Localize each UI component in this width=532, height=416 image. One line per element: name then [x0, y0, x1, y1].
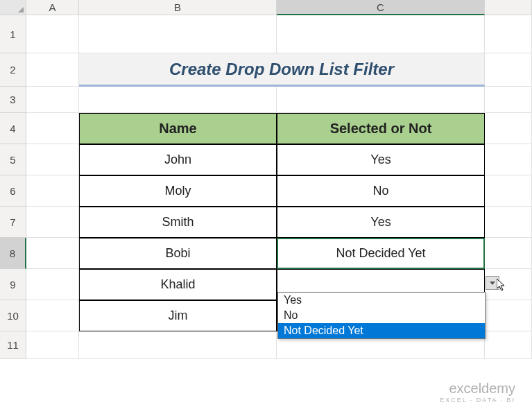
row-3: 3: [0, 87, 532, 113]
table-header-status[interactable]: Selected or Not: [277, 113, 485, 144]
row-header-6[interactable]: 6: [0, 175, 26, 207]
col-header-rest: [485, 0, 532, 15]
dropdown-option-selected[interactable]: Not Decided Yet: [278, 323, 485, 338]
dropdown-button[interactable]: [486, 276, 499, 290]
column-headers: A B C: [0, 0, 532, 15]
row-header-4[interactable]: 4: [0, 113, 26, 144]
table-row[interactable]: Khalid: [79, 269, 277, 300]
cell-A3[interactable]: [26, 87, 79, 113]
table-row[interactable]: Yes: [277, 207, 485, 238]
col-header-C[interactable]: C: [277, 0, 485, 15]
row-header-9[interactable]: 9: [0, 269, 26, 300]
row-header-3[interactable]: 3: [0, 87, 26, 113]
cell-rest-7[interactable]: [485, 207, 532, 238]
row-header-10[interactable]: 10: [0, 300, 26, 331]
dropdown-list[interactable]: Yes No Not Decided Yet: [277, 292, 486, 339]
cell-B3[interactable]: [79, 87, 277, 113]
table-row[interactable]: Jim: [79, 300, 277, 331]
cell-A1[interactable]: [26, 15, 79, 53]
table-header-name[interactable]: Name: [79, 113, 277, 144]
cell-rest-1[interactable]: [485, 15, 532, 53]
table-row[interactable]: Moly: [79, 175, 277, 207]
cell-A8[interactable]: [26, 238, 79, 269]
cell-rest-6[interactable]: [485, 175, 532, 207]
row-header-1[interactable]: 1: [0, 15, 26, 53]
cell-C1[interactable]: [277, 15, 485, 53]
row-header-11[interactable]: 11: [0, 331, 26, 359]
row-4: 4 Name Selected or Not: [0, 113, 532, 144]
table-row[interactable]: Smith: [79, 207, 277, 238]
row-8: 8 Bobi Not Decided Yet: [0, 238, 532, 269]
col-header-A[interactable]: A: [26, 0, 79, 15]
cell-A5[interactable]: [26, 144, 79, 175]
watermark-tag: EXCEL · DATA · BI: [440, 397, 515, 404]
cell-rest-2[interactable]: [485, 53, 532, 87]
title-cell[interactable]: Create Drop Down List Filter: [79, 53, 485, 87]
cell-B11[interactable]: [79, 331, 277, 359]
cell-rest-8[interactable]: [485, 238, 532, 269]
cell-C3[interactable]: [277, 87, 485, 113]
row-6: 6 Moly No: [0, 175, 532, 207]
dropdown-option[interactable]: Yes: [278, 293, 485, 308]
cell-A4[interactable]: [26, 113, 79, 144]
cell-A11[interactable]: [26, 331, 79, 359]
cell-A2[interactable]: [26, 53, 79, 87]
row-7: 7 Smith Yes: [0, 207, 532, 238]
table-row[interactable]: John: [79, 144, 277, 175]
row-2: 2 Create Drop Down List Filter: [0, 53, 532, 87]
cell-A9[interactable]: [26, 269, 79, 300]
cell-A10[interactable]: [26, 300, 79, 331]
table-row[interactable]: No: [277, 175, 485, 207]
watermark: exceldemy EXCEL · DATA · BI: [440, 381, 515, 404]
select-all-corner[interactable]: [0, 0, 26, 15]
col-header-B[interactable]: B: [79, 0, 277, 15]
cell-rest-4[interactable]: [485, 113, 532, 144]
cell-A6[interactable]: [26, 175, 79, 207]
cell-rest-11[interactable]: [485, 331, 532, 359]
cell-A7[interactable]: [26, 207, 79, 238]
cell-B1[interactable]: [79, 15, 277, 53]
row-header-7[interactable]: 7: [0, 207, 26, 238]
watermark-brand: exceldemy: [440, 381, 515, 397]
row-5: 5 John Yes: [0, 144, 532, 175]
cell-rest-3[interactable]: [485, 87, 532, 113]
selected-cell[interactable]: Not Decided Yet: [277, 238, 485, 269]
row-header-5[interactable]: 5: [0, 144, 26, 175]
row-1: 1: [0, 15, 532, 53]
cell-rest-10[interactable]: [485, 300, 532, 331]
cell-rest-5[interactable]: [485, 144, 532, 175]
row-header-2[interactable]: 2: [0, 53, 26, 87]
table-row[interactable]: Bobi: [79, 238, 277, 269]
dropdown-option[interactable]: No: [278, 308, 485, 323]
row-header-8[interactable]: 8: [0, 238, 26, 269]
table-row[interactable]: Yes: [277, 144, 485, 175]
